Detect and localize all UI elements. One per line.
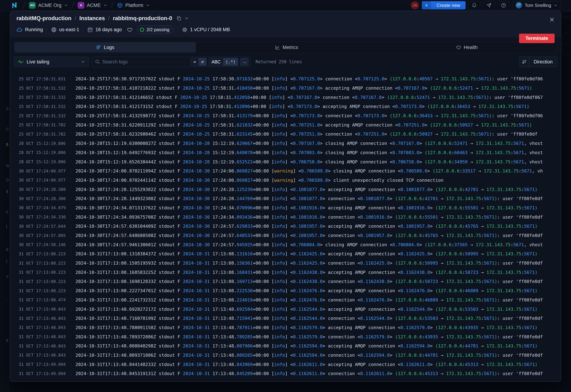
log-row: 31 OCT 17:13:08.4742024-10-31T17:13:08.2… [10,295,561,305]
log-row: 30 OCT 17:24:00.9772024-10-30T17:24:00.8… [10,167,561,176]
sort-direction-icon [519,57,529,67]
equals-toggle[interactable]: = [191,58,199,66]
close-icon[interactable] [549,17,555,23]
log-row: 30 OCT 17:24:57.6442024-10-30T17:24:57.6… [10,222,561,231]
log-row: 31 OCT 17:13:08.2232024-10-31T17:13:08.1… [10,277,561,286]
heart-icon [456,45,461,50]
background-text-fragment: D [6,178,9,182]
background-text-fragment: 6 [6,338,8,343]
log-row: 25 OCT 17:58:31.5322024-10-25T17:58:31.4… [10,93,561,102]
copy-icon[interactable] [177,16,181,21]
log-row: 25 OCT 17:58:31.5322024-10-25T17:58:31.4… [10,102,561,111]
breadcrumb-project[interactable]: A ACME [78,2,107,9]
log-row: 31 OCT 17:13:48.8432024-10-31T17:13:48.8… [10,341,561,351]
background-text-fragment: E [6,247,9,252]
not-equals-toggle[interactable]: ≠ [199,58,207,66]
background-text-fragment: S [6,107,9,111]
calendar-icon [87,27,93,33]
log-row: 31 OCT 17:13:48.8432024-10-31T17:13:48.6… [10,305,561,314]
log-row: 25 OCT 17:58:31.7822024-10-25T17:58:31.6… [10,129,561,139]
status-age: 16 days ago [87,27,122,33]
search-box: = ≠ ABC (.*) → [92,57,251,67]
topbar: AO ACME Org A ACME Platform JS + Create [0,0,571,11]
chevron-down-icon [103,3,107,7]
org-badge: AO [29,2,36,9]
divider [83,26,83,33]
log-row: 30 OCT 17:24:58.1462024-10-30T17:24:57.9… [10,240,561,249]
background-text-fragment: Y [6,274,9,279]
cloud-icon [16,27,22,33]
log-toolbar: Live tailing = ≠ ABC (.*) → Returned 250… [14,57,557,67]
regex-mode-toggle[interactable]: (.*) [223,58,238,66]
chip-icon [182,27,188,33]
chevron-down-icon [64,3,68,7]
log-row: 31 OCT 17:13:08.2232024-10-31T17:13:08.1… [10,268,561,277]
background-text-fragment: g [6,142,8,146]
text-regex-toggle: ABC (.*) [209,58,238,66]
breadcrumb-org[interactable]: AO ACME Org [29,2,68,9]
background-text-fragment: ' [6,299,7,304]
chevron-down-icon [81,60,85,64]
log-viewport[interactable]: 25 OCT 17:58:31.0312024-10-25T17:58:30.9… [10,74,561,381]
health-checks-pill[interactable]: 2/2 passing [137,26,174,34]
log-row: 30 OCT 17:24:00.9772024-10-30T17:24:00.8… [10,176,561,185]
send-icon [486,3,492,8]
breadcrumb-instance-name[interactable]: rabbitmq-production-0 [113,15,172,22]
avatar[interactable]: JS [411,1,419,9]
create-new-button[interactable]: + Create new [422,1,466,9]
background-sidebar: SCgND$F[E(Y'6 [0,0,10,392]
arrow-right-icon: → [242,59,247,65]
question-icon [501,3,506,8]
check-ring-icon [140,28,144,32]
background-text-fragment: F [6,210,8,214]
notifications-button[interactable] [468,1,480,10]
tab-health[interactable]: Health [376,42,557,53]
divider [47,26,47,33]
tab-logs[interactable]: Logs [15,42,195,52]
text-mode-toggle[interactable]: ABC [209,58,223,66]
background-text-fragment: ( [6,259,7,263]
user-menu[interactable]: Tom Snelling [512,1,561,10]
log-row: 31 OCT 17:13:49.0942024-10-31T17:13:48.8… [10,360,561,369]
log-row: 25 OCT 17:58:31.7822024-10-25T17:58:31.6… [10,120,561,129]
chevron-down-icon [554,3,558,7]
breadcrumb-separator [23,2,26,9]
plus-icon[interactable]: + [422,1,431,9]
direction-button[interactable]: Direction [519,57,557,67]
log-row: 31 OCT 17:13:48.8432024-10-31T17:13:48.8… [10,351,561,360]
log-row: 31 OCT 17:13:49.0942024-10-31T17:13:48.8… [10,369,561,378]
user-avatar [516,2,522,9]
chevron-down-icon[interactable] [184,16,189,21]
search-submit-button[interactable]: → [240,58,249,66]
metrics-icon [275,45,280,50]
log-rows: 25 OCT 17:58:31.0312024-10-25T17:58:30.9… [10,74,561,378]
breadcrumb-service[interactable]: Platform [117,2,150,8]
help-button[interactable] [498,1,510,10]
log-mode-select[interactable]: Live tailing [14,57,89,67]
terminate-button[interactable]: Terminate [519,34,555,43]
log-row: 31 OCT 17:13:08.2232024-10-31T17:13:08.2… [10,286,561,295]
breadcrumb-service-name[interactable]: rabbitMQ-production [16,15,71,22]
log-row: 30 OCT 17:24:34.3302024-10-30T17:24:34.0… [10,212,561,222]
log-row: 30 OCT 17:24:34.0792024-10-30T17:24:34.0… [10,203,561,212]
breadcrumb: rabbitMQ-production / Instances / rabbit… [16,15,555,22]
modal-header: rabbitMQ-production / Instances / rabbit… [10,11,561,37]
search-icon [95,59,100,65]
log-row: 25 OCT 17:58:31.0312024-10-25T17:58:30.9… [10,74,561,84]
instance-modal: rabbitMQ-production / Instances / rabbit… [10,11,561,382]
log-row: 28 OCT 15:12:19.8062024-10-28T15:12:19.6… [10,157,561,167]
chevron-down-icon [146,3,150,7]
project-badge: A [78,2,84,9]
breadcrumb-instances[interactable]: Instances [79,15,105,22]
app-logo-icon[interactable] [11,1,19,9]
search-input[interactable] [102,59,188,65]
heart-icon[interactable] [127,27,133,33]
log-row: 30 OCT 17:24:28.3002024-10-30T17:24:28.1… [10,185,561,194]
logs-icon [96,45,101,50]
feedback-button[interactable] [483,1,495,10]
tab-metrics[interactable]: Metrics [196,42,377,53]
log-row: 31 OCT 17:13:08.2232024-10-31T17:13:08.1… [10,249,561,259]
globe-icon [51,27,57,33]
log-row: 31 OCT 17:13:08.2232024-10-31T17:13:08.1… [10,259,561,268]
cube-icon [117,2,123,8]
